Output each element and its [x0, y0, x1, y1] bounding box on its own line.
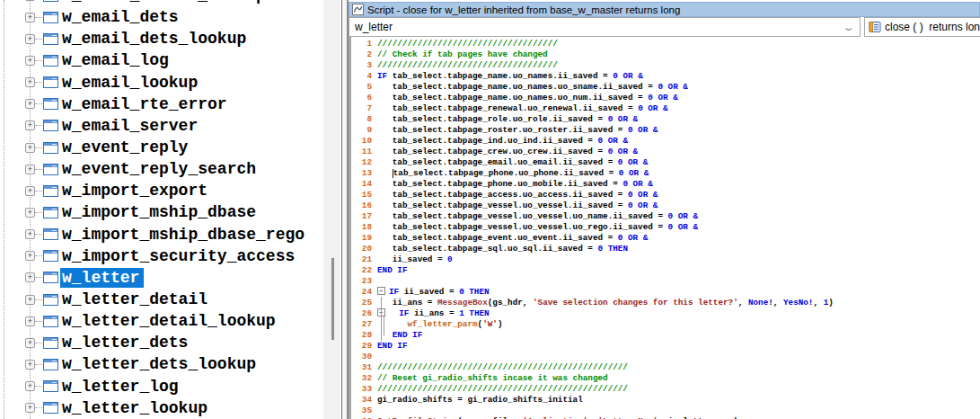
tree-connector	[35, 234, 42, 235]
tree-item-w_event_reply_search[interactable]: +w_event_reply_search	[0, 158, 322, 180]
tree-item-w_email_server[interactable]: +w_email_server	[0, 115, 322, 137]
tree-item-w_email_dets_lookup[interactable]: +w_email_dets_lookup	[0, 28, 322, 49]
expand-plus-icon[interactable]: +	[25, 34, 35, 44]
tree-item-label[interactable]: w_email_server	[60, 116, 202, 136]
line-number: 6	[351, 93, 372, 103]
tree-connector	[35, 255, 42, 256]
expand-plus-icon[interactable]: +	[25, 338, 35, 348]
tree-item-label[interactable]: w_letter	[60, 268, 144, 288]
expand-plus-icon[interactable]: +	[25, 186, 35, 196]
tree-item-label[interactable]: w_import_export	[60, 181, 212, 201]
expand-plus-icon[interactable]: +	[25, 13, 35, 22]
code-line-3: 3////////////////////////////////////	[351, 60, 980, 71]
window-object-icon	[43, 359, 58, 370]
code-line-8: 8 tab_select.tabpage_role.uo_role.ii_sav…	[351, 114, 980, 125]
event-selector[interactable]: close ( ) returns long	[864, 17, 980, 37]
tree-item-label[interactable]: w_import_mship_dbase_rego	[60, 225, 309, 245]
code-line-23: 23	[351, 276, 980, 287]
fold-collapse-icon[interactable]: −	[377, 287, 385, 295]
expand-plus-icon[interactable]: +	[25, 272, 35, 282]
panel-splitter[interactable]	[341, 0, 349, 419]
tree-item-label[interactable]: w_email_dets_lookup	[60, 29, 251, 49]
tree-item-w_import_mship_dbase[interactable]: +w_import_mship_dbase	[0, 201, 322, 223]
code-line-10: 10 tab_select.tabpage_ind.uo_ind.ii_save…	[351, 136, 980, 147]
code-line-2: 2// Check if tab pages have changed	[351, 49, 980, 60]
tree-item-label[interactable]: w_email_dets	[60, 7, 183, 27]
tree-item-label[interactable]: w_letter_log	[60, 377, 183, 397]
window-object-icon	[43, 402, 58, 414]
code-line-7: 7 tab_select.tabpage_renewal.uo_renewal.…	[351, 103, 980, 114]
expand-plus-icon[interactable]: +	[25, 316, 35, 326]
line-number: 1	[351, 39, 372, 49]
expand-plus-icon[interactable]: +	[25, 143, 35, 153]
expand-plus-icon[interactable]: +	[25, 295, 35, 305]
tree-item-label[interactable]: w_email_lookup	[60, 73, 202, 93]
powerbuilder-ide-screen: +w_email_detail_lookup+w_email_dets+w_em…	[0, 0, 980, 419]
tree-item-label[interactable]: w_email_log	[60, 50, 173, 70]
tree-item-w_import_mship_dbase_rego[interactable]: +w_import_mship_dbase_rego	[0, 224, 322, 245]
expand-plus-icon[interactable]: +	[25, 77, 35, 87]
tree-item-label[interactable]: w_letter_dets	[60, 333, 192, 352]
tree-item-w_event_reply[interactable]: +w_event_reply	[0, 137, 322, 158]
code-editor[interactable]: 1////////////////////////////////////2//…	[349, 37, 980, 419]
code-line-26: 26− IF ii_ans = 1 THEN	[351, 308, 980, 319]
tree-scrollbar[interactable]	[323, 0, 340, 419]
tree-item-w_email_lookup[interactable]: +w_email_lookup	[0, 72, 322, 94]
code-line-12: 12 tab_select.tabpage_email.uo_email.ii_…	[351, 157, 980, 168]
expand-plus-icon[interactable]: +	[25, 381, 35, 391]
tree-connector	[35, 60, 42, 61]
tree-item-w_import_security_access[interactable]: +w_import_security_access	[0, 245, 322, 267]
tree-item-w_letter_lookup[interactable]: +w_letter_lookup	[0, 397, 322, 419]
window-object-icon	[43, 316, 58, 327]
tree-item-w_letter[interactable]: +w_letter	[0, 267, 322, 289]
tree-item-label[interactable]: w_letter_detail_lookup	[60, 311, 280, 331]
expand-plus-icon[interactable]: +	[25, 56, 35, 66]
expand-plus-icon[interactable]: +	[25, 251, 35, 261]
tree-item-w_letter_detail_lookup[interactable]: +w_letter_detail_lookup	[0, 310, 322, 332]
tree-item-w_email_dets[interactable]: +w_email_dets	[0, 6, 322, 28]
tree-connector	[35, 169, 42, 170]
tree-item-label[interactable]: w_import_security_access	[60, 246, 299, 266]
window-object-icon	[43, 142, 58, 154]
expand-plus-icon[interactable]: +	[25, 403, 35, 413]
tree-item-label[interactable]: w_event_reply	[60, 138, 192, 157]
code-line-21: 21 ii_saved = 0	[351, 254, 980, 265]
line-number: 3	[351, 60, 372, 71]
tree-item-label[interactable]: w_letter_dets_lookup	[60, 354, 260, 374]
expand-plus-icon[interactable]: +	[25, 229, 35, 239]
expand-plus-icon[interactable]: +	[25, 0, 35, 1]
tree-item-label[interactable]: w_email_detail_lookup	[60, 0, 270, 5]
window-object-icon	[43, 294, 58, 306]
object-tree-panel: +w_email_detail_lookup+w_email_dets+w_em…	[0, 0, 341, 419]
tree-item-w_letter_log[interactable]: +w_letter_log	[0, 376, 322, 397]
tree-item-w_import_export[interactable]: +w_import_export	[0, 180, 322, 201]
expand-plus-icon[interactable]: +	[25, 120, 35, 130]
tree-item-label[interactable]: w_event_reply_search	[60, 159, 260, 179]
tree-connector	[35, 277, 42, 278]
line-number: 18	[351, 222, 372, 233]
tree-item-w_email_rte_error[interactable]: +w_email_rte_error	[0, 94, 322, 115]
expand-plus-icon[interactable]: +	[25, 99, 35, 109]
tree-item-w_letter_dets_lookup[interactable]: +w_letter_dets_lookup	[0, 353, 322, 375]
tree-item-label[interactable]: w_import_mship_dbase	[60, 202, 260, 222]
tree-item-label[interactable]: w_letter_detail	[60, 290, 212, 309]
tree-item-label[interactable]: w_letter_lookup	[60, 398, 212, 418]
tree-scrollbar-thumb[interactable]	[331, 258, 334, 340]
tree-item-w_letter_detail[interactable]: +w_letter_detail	[0, 289, 322, 310]
expand-plus-icon[interactable]: +	[25, 360, 35, 370]
tree-connector	[35, 125, 42, 126]
tree-item-w_letter_dets[interactable]: +w_letter_dets	[0, 332, 322, 353]
tree-item-w_email_detail_lookup[interactable]: +w_email_detail_lookup	[0, 0, 322, 6]
expand-plus-icon[interactable]: +	[25, 208, 35, 218]
tree-item-label[interactable]: w_email_rte_error	[60, 94, 232, 114]
tree-item-w_email_log[interactable]: +w_email_log	[0, 49, 322, 71]
expand-plus-icon[interactable]: +	[25, 165, 35, 174]
script-titlebar[interactable]: Script - close for w_letter inherited fr…	[349, 2, 980, 17]
code-line-1: 1////////////////////////////////////	[351, 39, 980, 49]
line-number: 26	[351, 308, 372, 319]
object-selector[interactable]: w_letter ⌄	[349, 17, 861, 37]
chevron-down-icon[interactable]: ⌄	[842, 22, 855, 33]
code-line-16: 16 tab_select.tabpage_vessel.uo_vessel.i…	[351, 201, 980, 211]
window-object-icon	[43, 185, 58, 197]
code-line-31: 31//////////////////////////////////////…	[351, 362, 980, 373]
